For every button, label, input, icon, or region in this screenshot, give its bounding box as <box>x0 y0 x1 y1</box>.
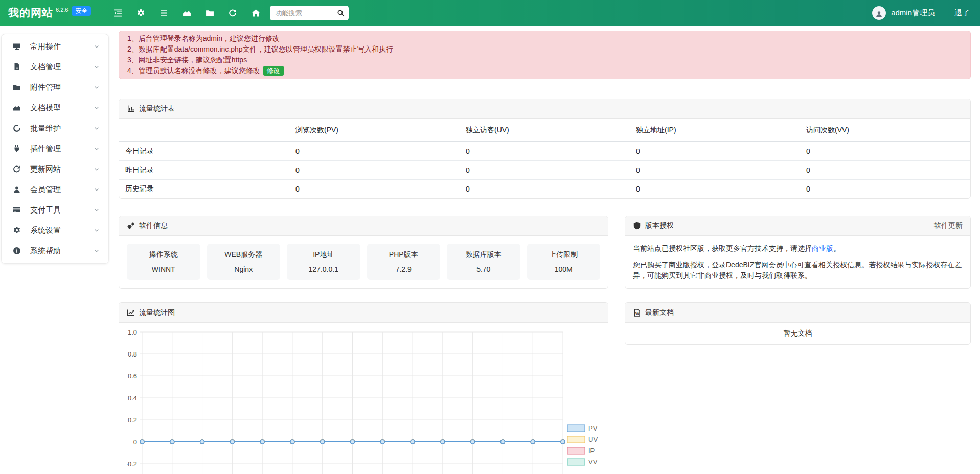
security-badge: 安全 <box>72 6 91 16</box>
logout-link[interactable]: 退了 <box>954 8 970 18</box>
chart-area-icon <box>13 104 21 112</box>
search-box <box>270 6 349 20</box>
alert-line: 2、数据库配置data/common.inc.php文件，建议您以管理员权限设置… <box>127 44 962 55</box>
svg-text:UV: UV <box>588 436 598 443</box>
col-header-vv: 访问次数(VV) <box>800 119 970 142</box>
sidebar-item-label: 会员管理 <box>30 185 94 195</box>
card-title: 流量统计图 <box>139 308 175 317</box>
table-row-history: 历史记录 0 0 0 0 <box>119 180 970 199</box>
latest-docs-empty: 暂无文档 <box>625 323 970 344</box>
brand-version: 6.2.6 <box>56 7 68 13</box>
license-header: 版本授权 软件更新 <box>625 216 970 236</box>
chevron-down-icon <box>94 125 100 131</box>
refresh-icon[interactable] <box>229 9 237 17</box>
top-navbar: 我的网站 6.2.6 安全 admin管理员 退了 <box>0 0 980 26</box>
tile-ip: IP地址 127.0.0.1 <box>287 244 360 280</box>
plug-icon <box>13 145 21 153</box>
brand[interactable]: 我的网站 6.2.6 安全 <box>8 6 91 20</box>
latest-docs-card: 最新文档 暂无文档 <box>625 302 971 345</box>
sidebar-item-member-management[interactable]: 会员管理 <box>2 179 108 200</box>
gears-icon <box>127 222 135 230</box>
traffic-chart: 1.00.80.60.40.20-0.2-0.4PVUVIPVV <box>127 327 601 474</box>
sidebar-item-update-site[interactable]: 更新网站 <box>2 159 108 179</box>
software-info-header: 软件信息 <box>119 216 608 236</box>
tile-os: 操作系统 WINNT <box>127 244 200 280</box>
avatar[interactable] <box>872 6 886 20</box>
line-chart-icon <box>127 309 135 317</box>
folder-icon[interactable] <box>206 9 214 17</box>
sidebar-item-plugin-management[interactable]: 插件管理 <box>2 138 108 159</box>
sidebar-item-payment-tools[interactable]: 支付工具 <box>2 200 108 220</box>
traffic-chart-card: 流量统计图 1.00.80.60.40.20-0.2-0.4PVUVIPVV <box>119 302 608 474</box>
svg-text:0.6: 0.6 <box>128 372 137 380</box>
commercial-edition-link[interactable]: 商业版 <box>812 244 833 252</box>
sidebar-item-label: 系统设置 <box>30 226 94 235</box>
license-paragraph-1: 当前站点已授权社区版，获取更多官方技术支持，请选择商业版。 <box>633 243 963 254</box>
sidebar-item-system-settings[interactable]: 系统设置 <box>2 220 108 241</box>
sidebar-item-label: 文档模型 <box>30 103 94 113</box>
card-title: 最新文档 <box>645 308 674 317</box>
main-content: 1、后台管理登录名称为admin，建议您进行修改 2、数据库配置data/com… <box>119 31 971 474</box>
shield-icon <box>633 222 641 230</box>
sidebar-item-batch-maintenance[interactable]: 批量维护 <box>2 118 108 138</box>
tile-upload-limit: 上传限制 100M <box>527 244 601 280</box>
sidebar-item-attachment-management[interactable]: 附件管理 <box>2 77 108 98</box>
alert-line: 3、网址非安全链接，建议您配置https <box>127 55 962 65</box>
fix-button[interactable]: 修改 <box>263 66 284 76</box>
svg-text:0.8: 0.8 <box>128 350 137 358</box>
username[interactable]: admin管理员 <box>891 8 935 18</box>
license-card: 版本授权 软件更新 当前站点已授权社区版，获取更多官方技术支持，请选择商业版。 … <box>625 216 971 289</box>
traffic-stats-card: 流量统计表 浏览次数(PV) 独立访客(UV) 独立地址(IP) 访问次数(VV… <box>119 99 971 199</box>
chevron-down-icon <box>94 43 100 50</box>
home-icon[interactable] <box>252 9 260 17</box>
sidebar-item-label: 常用操作 <box>30 42 94 52</box>
info-icon <box>13 247 21 255</box>
gear-icon <box>13 226 21 234</box>
user-icon <box>13 185 21 194</box>
sidebar-item-label: 插件管理 <box>30 144 94 154</box>
svg-text:VV: VV <box>588 458 598 466</box>
tile-php: PHP版本 7.2.9 <box>367 244 441 280</box>
chevron-down-icon <box>94 248 100 254</box>
sidebar-item-system-help[interactable]: 系统帮助 <box>2 241 108 261</box>
chevron-down-icon <box>94 207 100 213</box>
search-icon[interactable] <box>337 9 345 17</box>
nav-icon-bar <box>113 9 260 17</box>
sidebar-item-label: 支付工具 <box>30 205 94 215</box>
tile-web-server: WEB服务器 Nginx <box>207 244 281 280</box>
chevron-down-icon <box>94 84 100 90</box>
sidebar-item-common-operations[interactable]: 常用操作 <box>2 36 108 57</box>
alert-line: 4、管理员默认名称没有修改，建议您修改修改 <box>127 65 962 76</box>
chevron-down-icon <box>94 146 100 152</box>
bar-chart-icon <box>127 105 135 113</box>
chart-area-icon[interactable] <box>183 9 191 17</box>
gear-icon[interactable] <box>136 9 145 17</box>
software-update-link[interactable]: 软件更新 <box>934 221 963 230</box>
word-doc-icon <box>633 309 641 317</box>
user-area: admin管理员 退了 <box>872 6 972 20</box>
traffic-stats-header: 流量统计表 <box>119 99 970 119</box>
alert-line: 1、后台管理登录名称为admin，建议您进行修改 <box>127 33 962 44</box>
menu-icon[interactable] <box>159 9 168 17</box>
sidebar-item-label: 更新网站 <box>30 164 94 174</box>
software-info-card: 软件信息 操作系统 WINNT WEB服务器 Nginx IP地址 127.0.… <box>119 216 608 289</box>
sidebar-item-document-models[interactable]: 文档模型 <box>2 98 108 118</box>
folder-icon <box>13 83 21 91</box>
col-header-pv: 浏览次数(PV) <box>289 119 460 142</box>
svg-text:1.0: 1.0 <box>128 328 137 336</box>
sidebar: 常用操作 文档管理 附件管理 文档模型 批量维护 插件管理 更新网站 会员管理 <box>1 34 109 264</box>
card-title: 软件信息 <box>139 221 168 230</box>
sidebar-item-document-management[interactable]: 文档管理 <box>2 57 108 77</box>
col-header-ip: 独立地址(IP) <box>630 119 800 142</box>
software-info-tiles: 操作系统 WINNT WEB服务器 Nginx IP地址 127.0.0.1 P… <box>119 236 608 288</box>
latest-docs-header: 最新文档 <box>625 303 970 323</box>
svg-text:PV: PV <box>588 424 598 432</box>
security-alert: 1、后台管理登录名称为admin，建议您进行修改 2、数据库配置data/com… <box>119 31 971 79</box>
svg-text:-0.2: -0.2 <box>127 460 137 468</box>
col-header-uv: 独立访客(UV) <box>460 119 630 142</box>
sidebar-item-label: 批量维护 <box>30 124 94 133</box>
card-title: 流量统计表 <box>139 104 175 113</box>
outdent-icon[interactable] <box>113 9 122 17</box>
chevron-down-icon <box>94 105 100 111</box>
chevron-down-icon <box>94 186 100 193</box>
